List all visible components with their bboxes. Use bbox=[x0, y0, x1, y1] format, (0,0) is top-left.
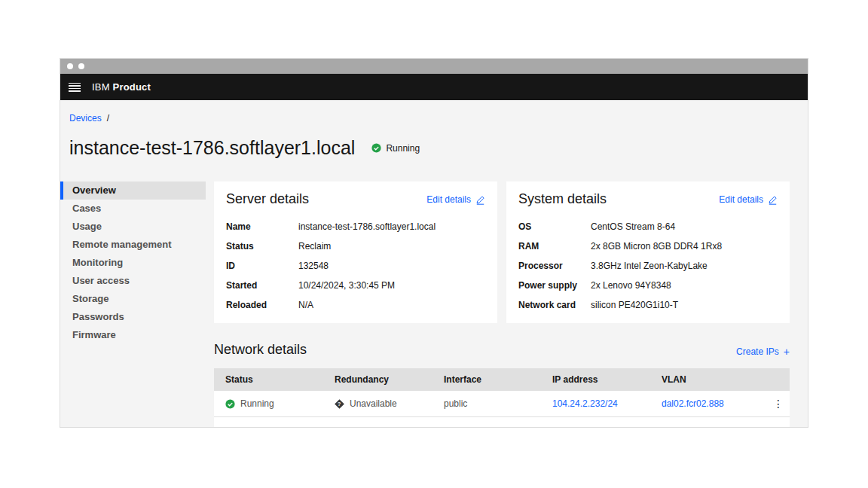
network-table-header: Status Redundancy Interface IP address V… bbox=[214, 368, 790, 391]
breadcrumb: Devices / bbox=[69, 113, 808, 124]
field-row: Status Reclaim bbox=[226, 236, 485, 256]
checkmark-filled-icon bbox=[225, 399, 235, 409]
overflow-menu-icon[interactable]: ⋮ bbox=[771, 397, 786, 410]
sidebar-item-usage[interactable]: Usage bbox=[60, 218, 206, 236]
column-header-interface: Interface bbox=[432, 374, 541, 385]
app-window: IBM Product Devices / instance-test-1786… bbox=[60, 59, 808, 427]
system-edit-details-link[interactable]: Edit details bbox=[719, 194, 778, 205]
field-row: Network card silicon PE420G1i10-T bbox=[518, 295, 778, 315]
browser-titlebar bbox=[60, 59, 808, 74]
create-ips-link[interactable]: Create IPs + bbox=[736, 346, 790, 358]
product-header: IBM Product bbox=[60, 74, 808, 100]
page-title: instance-test-1786.softlayer1.local bbox=[69, 137, 355, 159]
column-header-ip-address: IP address bbox=[541, 374, 650, 385]
sidebar-item-overview[interactable]: Overview bbox=[60, 181, 206, 200]
field-row: ID 132548 bbox=[226, 256, 485, 276]
undefined-status-icon: ? bbox=[335, 399, 344, 409]
sidebar-item-user-access[interactable]: User access bbox=[60, 272, 206, 290]
edit-pencil-icon bbox=[475, 195, 485, 205]
detail-cards-row: Server details Edit details bbox=[214, 181, 790, 323]
server-details-title: Server details bbox=[226, 191, 309, 207]
field-row: Power supply 2x Lenovo 94Y8348 bbox=[518, 276, 778, 295]
network-table: Status Redundancy Interface IP address V… bbox=[214, 368, 790, 427]
ip-address-cell: 104.24.2.232/24 bbox=[541, 398, 650, 409]
breadcrumb-separator: / bbox=[107, 113, 109, 124]
hamburger-menu-icon[interactable] bbox=[69, 83, 81, 92]
table-row-clipped bbox=[214, 417, 790, 427]
status-cell: Running bbox=[214, 398, 323, 409]
field-row: Reloaded N/A bbox=[226, 295, 485, 315]
field-row: OS CentOS Stream 8-64 bbox=[518, 217, 778, 236]
server-details-card: Server details Edit details bbox=[214, 181, 497, 323]
server-edit-details-link[interactable]: Edit details bbox=[426, 194, 485, 205]
brand-prefix: IBM bbox=[92, 81, 110, 93]
network-details-section: Network details Create IPs + Status Redu… bbox=[214, 342, 790, 427]
network-details-title: Network details bbox=[214, 342, 307, 358]
checkmark-filled-icon bbox=[371, 143, 381, 153]
overview-panel: Server details Edit details bbox=[214, 181, 790, 427]
page-content: Devices / instance-test-1786.softlayer1.… bbox=[60, 100, 808, 427]
sidebar-item-monitoring[interactable]: Monitoring bbox=[60, 254, 206, 272]
sidebar-item-firmware[interactable]: Firmware bbox=[60, 326, 206, 344]
status-badge-label: Running bbox=[386, 143, 420, 154]
edit-pencil-icon bbox=[768, 195, 778, 205]
title-row: instance-test-1786.softlayer1.local Runn… bbox=[69, 137, 808, 159]
column-header-vlan: VLAN bbox=[650, 374, 760, 385]
sidebar-nav: Overview Cases Usage Remote management M… bbox=[60, 181, 206, 427]
brand-title: IBM Product bbox=[92, 81, 151, 93]
breadcrumb-devices-link[interactable]: Devices bbox=[69, 113, 102, 124]
sidebar-item-remote-management[interactable]: Remote management bbox=[60, 236, 206, 254]
field-row: Name instance-test-1786.softlayer1.local bbox=[226, 217, 485, 236]
sidebar-item-cases[interactable]: Cases bbox=[60, 200, 206, 218]
ip-address-link[interactable]: 104.24.2.232/24 bbox=[552, 398, 618, 409]
brand-name: Product bbox=[113, 81, 151, 93]
window-control-dot bbox=[67, 63, 73, 69]
sidebar-item-storage[interactable]: Storage bbox=[60, 290, 206, 308]
table-row: Running ? Unavailable public 104.24.2.23… bbox=[214, 391, 790, 417]
main-area: Overview Cases Usage Remote management M… bbox=[60, 181, 808, 427]
field-row: RAM 2x 8GB Micron 8GB DDR4 1Rx8 bbox=[518, 236, 778, 256]
field-row: Started 10/24/2024, 3:30:45 PM bbox=[226, 276, 485, 295]
vlan-link[interactable]: dal02.fcr02.888 bbox=[662, 398, 724, 409]
plus-icon: + bbox=[784, 346, 790, 358]
window-control-dot bbox=[78, 63, 84, 69]
redundancy-cell: ? Unavailable bbox=[323, 398, 432, 409]
vlan-cell: dal02.fcr02.888 bbox=[650, 398, 760, 409]
sidebar-item-passwords[interactable]: Passwords bbox=[60, 308, 206, 326]
system-details-title: System details bbox=[518, 191, 607, 207]
interface-cell: public bbox=[432, 398, 541, 409]
system-details-card: System details Edit details bbox=[506, 181, 790, 323]
status-badge: Running bbox=[371, 143, 420, 154]
column-header-redundancy: Redundancy bbox=[323, 374, 432, 385]
column-header-status: Status bbox=[214, 374, 323, 385]
field-row: Processor 3.8GHz Intel Zeon-KabyLake bbox=[518, 256, 778, 276]
